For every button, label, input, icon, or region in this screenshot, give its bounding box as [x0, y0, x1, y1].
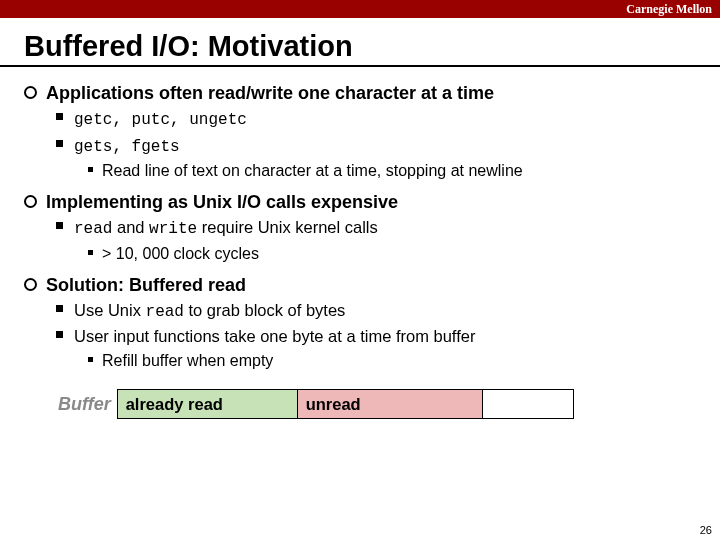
bullet-expensive-head: Implementing as Unix I/O calls expensive — [46, 192, 398, 212]
buffer-seg-empty — [483, 390, 573, 418]
bullet-onebyte: User input functions take one byte at a … — [56, 325, 696, 371]
bullet-refill: Refill buffer when empty — [88, 350, 696, 372]
code-gets: gets, fgets — [74, 138, 180, 156]
bullet-cycles: > 10, 000 clock cycles — [88, 243, 696, 265]
buffer-seg-unread: unread — [298, 390, 483, 418]
bullet-grab-block: Use Unix read to grab block of bytes — [56, 299, 696, 324]
code-getc: getc, putc, ungetc — [74, 111, 247, 129]
buffer-diagram: Buffer already read unread — [58, 389, 696, 419]
slide-title: Buffered I/O: Motivation — [24, 30, 720, 63]
buffer-seg-read: already read — [118, 390, 298, 418]
title-rule — [0, 65, 720, 67]
bullet-readline: Read line of text on character at a time… — [88, 160, 696, 182]
bullet-getc: getc, putc, ungetc — [56, 107, 696, 132]
buffer-box: already read unread — [117, 389, 574, 419]
slide-content: Applications often read/write one charac… — [0, 81, 720, 419]
bullet-apps-head: Applications often read/write one charac… — [46, 83, 494, 103]
bullet-expensive: Implementing as Unix I/O calls expensive… — [24, 190, 696, 264]
brand-bar: Carnegie Mellon — [0, 0, 720, 18]
text-require: require Unix kernel calls — [197, 218, 378, 236]
code-read2: read — [146, 303, 184, 321]
bullet-apps: Applications often read/write one charac… — [24, 81, 696, 182]
bullet-gets: gets, fgets Read line of text on charact… — [56, 134, 696, 182]
buffer-label: Buffer — [58, 389, 117, 419]
page-number: 26 — [700, 524, 712, 536]
bullet-solution: Solution: Buffered read Use Unix read to… — [24, 273, 696, 372]
text-useunix: Use Unix — [74, 301, 146, 319]
code-write: write — [149, 220, 197, 238]
bullet-solution-head: Solution: Buffered read — [46, 275, 246, 295]
brand-text: Carnegie Mellon — [626, 2, 712, 16]
bullet-readwrite: read and write require Unix kernel calls… — [56, 216, 696, 264]
text-onebyte: User input functions take one byte at a … — [74, 327, 475, 345]
code-read: read — [74, 220, 112, 238]
text-and: and — [112, 218, 149, 236]
text-grab: to grab block of bytes — [184, 301, 345, 319]
